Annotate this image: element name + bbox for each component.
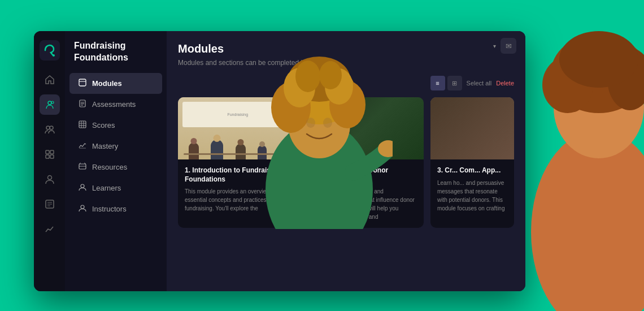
nav-item-learners[interactable]: Learners (69, 178, 162, 198)
content-title: Modules (178, 42, 514, 55)
scores-icon (79, 120, 86, 130)
mail-icon[interactable]: ✉ (501, 38, 516, 54)
nav-item-modules[interactable]: Modules (69, 73, 162, 94)
toolbar-row: ≡ ⊞ Select all Delete (178, 76, 514, 90)
main-content: ▾ ✉ Modules Modules and sections can be … (167, 31, 525, 291)
content-subtitle: Modules and sections can be completed in… (178, 59, 514, 67)
learners-icon (79, 183, 86, 193)
resources-label: Resources (92, 163, 127, 171)
module-2-image (304, 97, 423, 159)
course-title: Fundraising Foundations (65, 40, 167, 73)
resources-icon (79, 162, 86, 172)
grid-view-button[interactable]: ⊞ (447, 76, 462, 90)
svg-point-15 (47, 176, 51, 180)
svg-rect-14 (50, 155, 54, 158)
svg-point-6 (53, 54, 55, 57)
view-toggle: ≡ ⊞ (430, 76, 462, 90)
modules-label: Modules (92, 79, 122, 88)
svg-point-37 (81, 205, 84, 209)
module-card-3[interactable]: 3. Cr... Com... App... Learn ho... and p… (430, 97, 514, 228)
svg-rect-20 (79, 79, 86, 86)
scores-label: Scores (92, 121, 115, 129)
nav-home-icon[interactable] (40, 70, 60, 90)
mastery-label: Mastery (92, 142, 118, 150)
modules-icon (79, 79, 86, 88)
nav-item-assessments[interactable]: Assessments (69, 94, 162, 115)
svg-rect-13 (46, 155, 49, 158)
assessments-icon (79, 100, 86, 109)
nav-reports-icon[interactable] (40, 194, 60, 214)
module-1-body: 1. Introduction to Fundraising Foundatio… (178, 159, 297, 219)
module-3-description: Learn ho... and persuasive messages that… (437, 179, 507, 213)
module-2-title: 2. Understanding Donor Psychology (311, 166, 416, 184)
svg-point-8 (51, 101, 54, 103)
module-1-description: This module provides an overview of the … (185, 187, 290, 213)
nav-users-icon[interactable] (40, 119, 60, 140)
module-1-title: 1. Introduction to Fundraising Foundatio… (185, 166, 290, 184)
top-right-controls: ▾ ✉ (493, 38, 516, 54)
sidebar-icons (34, 31, 65, 291)
nav-chart-icon[interactable] (40, 219, 60, 239)
nav-user-icon[interactable] (40, 169, 60, 189)
module-3-body: 3. Cr... Com... App... Learn ho... and p… (430, 159, 514, 219)
app-window: Fundraising Foundations Modules Assessme… (34, 31, 525, 291)
assessments-label: Assessments (92, 100, 136, 109)
modules-grid: Fundraising 1. Introduction to Fun (178, 97, 514, 228)
svg-rect-32 (79, 164, 86, 169)
svg-rect-11 (46, 150, 49, 154)
module-2-description: Dive into the motivations and psychologi… (311, 187, 416, 221)
svg-point-10 (50, 126, 53, 129)
module-3-title: 3. Cr... Com... App... (437, 166, 507, 175)
delete-button[interactable]: Delete (496, 80, 514, 87)
app-logo (40, 40, 60, 61)
svg-rect-31 (79, 148, 86, 149)
nav-menu: Fundraising Foundations Modules Assessme… (65, 31, 167, 291)
module-card-2[interactable]: 2. Understanding Donor Psychology Dive i… (304, 97, 423, 228)
module-card-1[interactable]: Fundraising 1. Introduction to Fun (178, 97, 297, 228)
instructors-icon (79, 204, 86, 214)
module-2-body: 2. Understanding Donor Psychology Dive i… (304, 159, 423, 228)
nav-item-resources[interactable]: Resources (69, 157, 162, 178)
nav-grid-icon[interactable] (40, 144, 60, 165)
learners-label: Learners (92, 184, 121, 192)
svg-point-9 (46, 126, 50, 129)
svg-point-36 (81, 184, 84, 188)
content-header: Modules Modules and sections can be comp… (178, 42, 514, 67)
mastery-icon (79, 141, 86, 151)
nav-item-mastery[interactable]: Mastery (69, 136, 162, 157)
module-1-image: Fundraising (178, 97, 297, 159)
svg-point-7 (48, 101, 51, 105)
svg-rect-26 (79, 121, 86, 128)
svg-rect-12 (50, 150, 54, 154)
nav-item-scores[interactable]: Scores (69, 115, 162, 136)
nav-team-icon[interactable] (40, 94, 60, 115)
select-all-button[interactable]: Select all (467, 80, 492, 87)
module-3-image (430, 97, 514, 159)
list-view-button[interactable]: ≡ (430, 76, 445, 90)
dropdown-arrow[interactable]: ▾ (493, 43, 496, 49)
instructors-label: Instructors (92, 205, 127, 213)
nav-item-instructors[interactable]: Instructors (69, 198, 162, 219)
